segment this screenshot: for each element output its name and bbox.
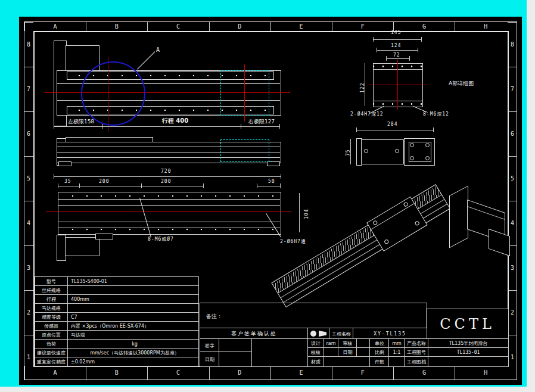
projection-symbol-cell: [307, 328, 330, 340]
window-edge-right: [527, 0, 535, 392]
bottom-centerline: [46, 211, 291, 212]
side-foot-left: [58, 161, 71, 166]
side-carriage-highlight: [220, 139, 269, 162]
detail-caption: A部详细图: [449, 80, 474, 88]
date-label: 日期: [200, 351, 220, 367]
sign-field[interactable]: [219, 338, 253, 353]
cad-viewport: A B C D E F G H A B C D E F G H 8 7 6 5 …: [0, 0, 535, 392]
spec-label: 重复定位精度: [35, 357, 67, 366]
dim-720: 720: [161, 169, 171, 174]
qty-label: 件数: [369, 356, 390, 367]
spec-label: 传感器: [35, 322, 67, 330]
dim-75: 75: [346, 149, 351, 156]
dim-200b: 200: [161, 179, 171, 184]
file-label: 工程图档: [404, 356, 429, 367]
spec-label: 马达规格: [35, 304, 67, 312]
detail-a-circle: [81, 61, 145, 126]
window-edge-bottom: [0, 387, 535, 392]
zone-letter: E: [270, 21, 332, 31]
zone-letter: B: [86, 369, 147, 376]
dim-72: 72: [393, 52, 400, 58]
zone-number: 5: [508, 156, 517, 201]
zone-number: 1: [24, 335, 33, 379]
sign-label: 签字: [200, 338, 220, 353]
zone-number: 7: [24, 67, 33, 111]
customer-stamp-field[interactable]: [251, 338, 309, 367]
dim-stroke: 行程 400: [151, 117, 199, 125]
zone-letter: D: [209, 21, 270, 31]
zone-numbers-left: 8 7 6 5 4 3 2 1: [24, 22, 33, 379]
zone-number: 6: [508, 111, 517, 156]
zone-letter: G: [394, 369, 455, 376]
bottom-motor-body: [65, 237, 99, 256]
spec-label: 建议最快速度: [35, 349, 67, 357]
spec-label: 丝杆规格: [35, 286, 67, 294]
side-foot-right: [267, 161, 280, 166]
zone-letter: B: [86, 21, 147, 31]
detail-centerline-h: [369, 85, 427, 85]
zone-letter: C: [148, 21, 209, 31]
spec-value: 400mm: [68, 295, 198, 303]
bottom-hole-row-top: [61, 193, 275, 199]
spec-value: 内置 ×3pcs（Omron EE-SX-674）: [68, 322, 198, 330]
detail-top-plate: [373, 63, 423, 70]
zone-number: 1: [508, 335, 517, 379]
project-name-label: 工程名称: [329, 328, 354, 340]
dim-35: 35: [64, 179, 71, 184]
dim-145: 145: [391, 30, 401, 35]
zone-number: 5: [24, 156, 33, 201]
plan-carriage-centerline: [244, 64, 245, 122]
zone-number: 7: [508, 67, 517, 111]
dim-122: 122: [360, 83, 365, 93]
zone-number: 4: [24, 201, 33, 245]
label-2-o6h7: 2-Ø6H7通: [280, 238, 306, 245]
detail-a-marker: A: [156, 46, 160, 53]
file-value: [428, 356, 509, 367]
material-value: [323, 356, 371, 367]
project-name-value: XY-TL135: [353, 328, 427, 340]
dim-200a: 200: [99, 179, 109, 184]
qty-value: [388, 356, 405, 367]
label-8-m6-deep: 8-M6深12: [423, 111, 449, 117]
zone-number: 2: [508, 290, 517, 335]
spec-value: mm/sec（马达转速以3000RPM为基准）: [68, 349, 198, 357]
spec-value: TL135-S400-01: [68, 277, 198, 285]
zone-letter: F: [332, 369, 393, 376]
zone-number: 3: [24, 245, 33, 290]
notes-label: 备注：: [206, 313, 222, 321]
spec-value: kg: [68, 340, 198, 348]
spec-value: C7: [68, 313, 198, 321]
zone-number: 8: [508, 22, 517, 67]
spec-table: 型号 TL135-S400-01 丝杆规格 行程 400mm 马达规格 精度等级…: [35, 276, 199, 367]
dim-50: 50: [268, 179, 275, 184]
company-logo: CCTL: [426, 309, 509, 340]
zone-numbers-right: 8 7 6 5 4 3 2 1: [508, 22, 517, 379]
projection-symbol-icon: [309, 329, 328, 338]
zone-letter: E: [270, 369, 332, 376]
zone-number: 6: [24, 111, 33, 156]
zone-letter: A: [24, 369, 86, 376]
spec-label: 行程: [35, 295, 67, 303]
date-field[interactable]: [219, 351, 253, 367]
zone-letter: C: [148, 369, 209, 376]
dim-104: 104: [304, 209, 309, 219]
zone-letter: D: [209, 369, 270, 376]
spec-label: 原点位置: [35, 331, 67, 339]
iso-end-plate: [449, 185, 468, 248]
spec-label: 型号: [35, 277, 67, 285]
dim-284: 284: [387, 122, 397, 127]
zone-letters-bottom: A B C D E F G H: [24, 366, 517, 379]
spec-value: 马达端: [68, 331, 198, 339]
zone-letter: F: [332, 21, 393, 31]
dim-124: 124: [391, 43, 401, 48]
drawing-sheet: A B C D E F G H A B C D E F G H 8 7 6 5 …: [19, 17, 522, 385]
spec-value: [68, 304, 198, 312]
spec-label: 负荷: [35, 340, 67, 348]
bottom-hole-row-bottom: [61, 226, 275, 232]
spec-value: ±0.02mm: [68, 357, 198, 366]
spec-label: 精度等级: [35, 313, 67, 321]
zone-number: 8: [24, 22, 33, 67]
detail-centerline-v: [397, 60, 398, 110]
zone-number: 2: [24, 290, 33, 335]
plan-carriage-highlight: [220, 70, 269, 116]
